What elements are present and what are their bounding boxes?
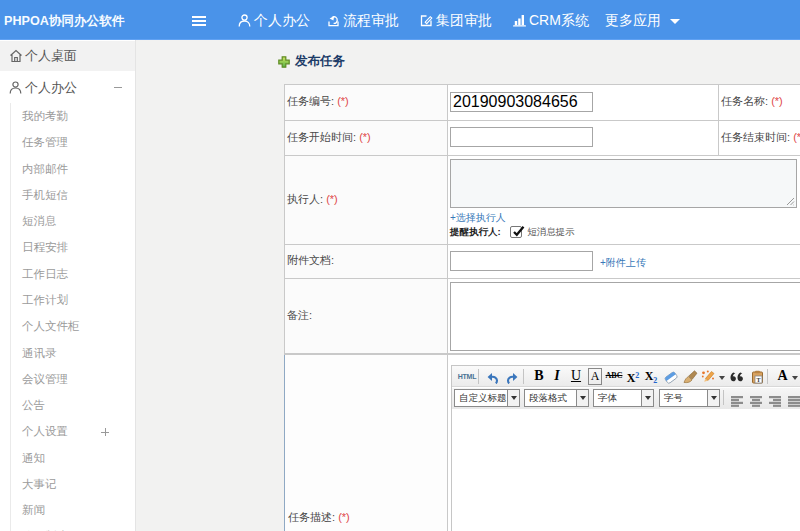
svg-text:T: T	[756, 377, 760, 383]
